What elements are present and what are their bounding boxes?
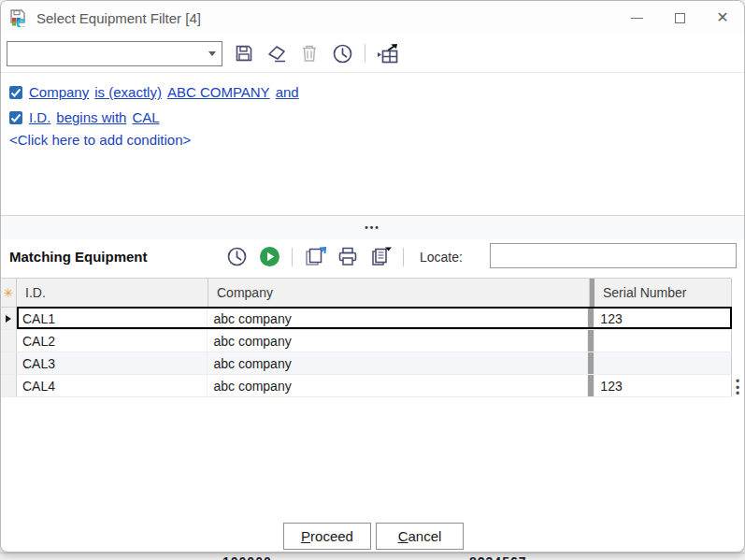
horizontal-splitter[interactable]: ••• [1,215,744,239]
toolbar-separator [365,44,365,63]
filter-history-button[interactable] [330,41,354,65]
condition-operator-link[interactable]: begins with [56,109,126,125]
matching-equipment-table: ✳ I.D. Company Serial Number CAL1 abc co… [1,278,732,397]
select-equipment-filter-dialog: Select Equipment Filter [4] ✕ [0,0,745,553]
current-row-arrow-icon [6,315,11,323]
toolbar-separator [403,248,404,266]
cancel-accelerator: C [398,528,408,544]
locate-label: Locate: [420,250,463,265]
column-divider [588,352,595,374]
cell-serial[interactable]: 123 [595,375,732,396]
clock-icon [226,246,248,267]
column-divider [588,330,595,352]
clock-icon [332,43,353,65]
filter-layout-button[interactable] [376,41,400,65]
cell-serial[interactable] [595,330,732,352]
dialog-title: Select Equipment Filter [4] [36,10,201,26]
save-filter-button[interactable] [232,41,256,65]
column-divider [588,375,595,396]
cancel-label: ancel [408,528,441,544]
cancel-button[interactable]: Cancel [376,523,464,550]
toolbar-separator [292,248,293,266]
table-row[interactable]: CAL1 abc company 123 [1,308,732,330]
row-selector[interactable] [1,308,17,329]
condition-value-link[interactable]: CAL [132,109,159,125]
close-button[interactable]: ✕ [701,1,744,35]
cell-company[interactable]: abc company [208,308,588,329]
filter-toolbar [1,38,744,68]
minimize-button[interactable] [615,1,658,35]
background-text-fragment: 100000 [222,554,272,560]
table-row[interactable]: CAL2 abc company [1,330,732,352]
scroll-grip-icon[interactable]: ••• [736,379,739,397]
section-title: Matching Equipment [9,249,224,265]
proceed-button[interactable]: Proceed [283,523,371,550]
condition-field-link[interactable]: I.D. [29,109,50,125]
eraser-icon [265,43,288,64]
trash-icon [300,43,319,64]
row-selector[interactable] [1,375,17,396]
condition-checkbox[interactable] [9,111,22,124]
column-divider [588,308,595,329]
cell-id[interactable]: CAL2 [17,330,208,352]
table-row[interactable]: CAL4 abc company 123 [1,375,732,397]
save-icon [234,43,254,64]
locate-input[interactable] [490,243,737,268]
checkmark-icon [10,113,21,123]
condition-value-link[interactable]: ABC COMPANY [167,84,270,100]
grid-arrow-icon [376,43,400,65]
play-icon [259,246,280,267]
cell-company[interactable]: abc company [208,352,588,374]
filter-condition-row: Company is (exactly) ABC COMPANY and [9,79,736,105]
results-toolbar: Matching Equipment [1,239,744,274]
run-filter-button[interactable] [257,245,281,269]
clear-filter-button[interactable] [265,41,289,65]
table-row[interactable]: CAL3 abc company [1,352,732,375]
filter-condition-row: I.D. begins with CAL [9,105,736,130]
checkmark-icon [10,88,21,98]
background-text-fragment: 8234567 [469,554,527,560]
saved-filter-combobox[interactable] [7,41,222,66]
condition-checkbox[interactable] [9,86,22,99]
chevron-down-icon [208,51,216,56]
close-icon: ✕ [716,10,728,25]
cell-id[interactable]: CAL4 [17,375,208,396]
column-header-serial[interactable]: Serial Number [595,279,732,307]
cell-company[interactable]: abc company [208,330,588,352]
cell-id[interactable]: CAL3 [17,352,208,374]
row-indicator-header[interactable]: ✳ [1,279,17,307]
condition-field-link[interactable]: Company [29,84,89,100]
app-save-filter-icon [8,8,29,27]
filter-conditions-panel[interactable]: Company is (exactly) ABC COMPANY and I.D… [1,72,744,215]
condition-operator-link[interactable]: is (exactly) [94,84,162,100]
maximize-button[interactable] [658,1,701,35]
cell-id[interactable]: CAL1 [17,308,208,329]
delete-filter-button[interactable] [297,41,322,65]
window-controls: ✕ [615,1,744,35]
new-row-star-icon: ✳ [4,287,14,299]
open-in-new-button[interactable] [303,245,327,269]
proceed-accelerator: P [301,528,310,544]
row-selector[interactable] [1,352,17,374]
column-header-id[interactable]: I.D. [17,279,208,307]
condition-conjunction-link[interactable]: and [276,84,299,100]
print-button[interactable] [336,245,360,269]
printer-icon [337,246,359,267]
copy-results-button[interactable] [368,245,393,269]
row-selector[interactable] [1,330,17,352]
maximize-icon [675,13,685,23]
background-window-sliver: 100000 8234567 [0,553,745,560]
title-bar: Select Equipment Filter [4] ✕ [1,1,744,35]
table-header-row: ✳ I.D. Company Serial Number [1,278,732,308]
cell-company[interactable]: abc company [208,375,588,396]
proceed-label: roceed [310,528,353,544]
query-history-button[interactable] [224,245,249,269]
cell-serial[interactable] [595,352,732,374]
cell-serial[interactable]: 123 [595,308,732,329]
combo-dropdown-button[interactable] [203,42,222,65]
saved-filter-input[interactable] [7,42,203,65]
minimize-icon [631,18,643,19]
column-header-company[interactable]: Company [208,279,590,307]
add-condition-link[interactable]: <Click here to add condition> [9,132,736,148]
copy-icon [369,246,393,268]
